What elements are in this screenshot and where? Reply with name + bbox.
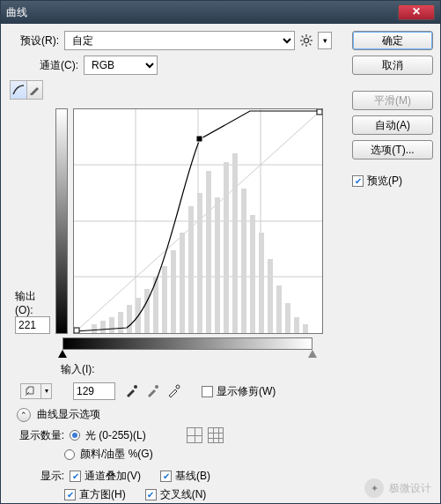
input-gradient-strip <box>62 337 312 350</box>
svg-rect-22 <box>144 289 150 333</box>
curve-pencil-tool[interactable] <box>27 81 43 99</box>
baseline-checkbox[interactable]: ✔基线(B) <box>160 469 210 484</box>
svg-rect-18 <box>109 317 114 333</box>
output-field[interactable] <box>15 316 50 334</box>
svg-rect-33 <box>241 189 246 333</box>
svg-rect-35 <box>259 233 264 333</box>
svg-rect-37 <box>276 285 282 333</box>
svg-line-6 <box>310 44 312 46</box>
black-point-eyedropper-icon[interactable] <box>124 384 138 398</box>
preset-label: 预设(R): <box>10 33 59 48</box>
radio-light[interactable] <box>70 430 80 441</box>
svg-point-44 <box>134 385 137 389</box>
targeted-adjust-tool[interactable] <box>20 383 41 399</box>
overlay-checkbox[interactable]: ✔通道叠加(V) <box>70 469 141 484</box>
output-gradient-strip <box>55 108 68 334</box>
input-field[interactable] <box>73 382 115 400</box>
preset-menu-button[interactable]: ▾ <box>318 32 332 49</box>
preset-select[interactable]: 自定 <box>64 31 295 50</box>
radio-ink[interactable] <box>64 449 75 460</box>
svg-rect-32 <box>232 153 238 333</box>
collapse-toggle-icon[interactable]: ⌃ <box>17 408 31 422</box>
channel-label: 通道(C): <box>33 58 78 73</box>
svg-rect-28 <box>197 193 202 333</box>
svg-rect-20 <box>127 305 132 333</box>
show-label: 显示: <box>13 469 64 484</box>
histogram-checkbox[interactable]: ✔直方图(H) <box>64 487 126 502</box>
ok-button[interactable]: 确定 <box>352 31 433 50</box>
curves-graph[interactable] <box>73 108 323 334</box>
close-icon[interactable]: ✕ <box>398 4 435 20</box>
show-amount-label: 显示数量: <box>13 428 64 443</box>
white-point-eyedropper-icon[interactable] <box>166 384 180 398</box>
svg-point-0 <box>304 38 308 42</box>
section-title: 曲线显示选项 <box>37 408 100 420</box>
svg-line-8 <box>310 36 312 38</box>
curve-tool-group <box>10 80 43 100</box>
svg-rect-19 <box>118 312 123 333</box>
svg-rect-29 <box>206 171 211 333</box>
svg-rect-27 <box>188 206 194 333</box>
svg-rect-24 <box>162 266 167 333</box>
svg-rect-17 <box>100 321 106 333</box>
svg-rect-31 <box>224 162 229 333</box>
svg-rect-43 <box>317 109 322 115</box>
grid-4-icon[interactable] <box>187 427 202 443</box>
show-clipping-checkbox[interactable]: 显示修剪(W) <box>202 384 276 399</box>
targeted-adjust-menu[interactable]: ▾ <box>41 383 52 399</box>
options-button[interactable]: 选项(T)... <box>352 140 433 159</box>
window-title: 曲线 <box>6 5 398 20</box>
auto-button[interactable]: 自动(A) <box>352 115 433 135</box>
cancel-button[interactable]: 取消 <box>352 56 433 75</box>
svg-rect-42 <box>74 328 79 333</box>
smooth-button[interactable]: 平滑(M) <box>352 91 433 110</box>
intersect-checkbox[interactable]: ✔交叉线(N) <box>145 487 207 502</box>
checkbox-icon <box>202 386 213 397</box>
svg-rect-41 <box>196 136 202 142</box>
watermark: ✦ 极微设计 <box>364 478 431 498</box>
svg-rect-16 <box>92 324 97 333</box>
curve-point-tool[interactable] <box>11 81 27 99</box>
svg-point-46 <box>176 385 180 389</box>
watermark-logo-icon: ✦ <box>364 478 384 498</box>
svg-line-7 <box>302 44 304 46</box>
svg-line-5 <box>302 36 304 38</box>
svg-rect-30 <box>215 197 220 333</box>
gear-icon[interactable] <box>300 34 312 47</box>
grid-9-icon[interactable] <box>208 427 224 443</box>
channel-select[interactable]: RGB <box>84 56 158 75</box>
titlebar: 曲线 ✕ <box>1 1 440 24</box>
svg-rect-40 <box>303 324 308 333</box>
svg-rect-25 <box>171 250 176 333</box>
gray-point-eyedropper-icon[interactable] <box>145 384 159 398</box>
svg-rect-26 <box>180 233 185 333</box>
svg-rect-34 <box>250 215 255 333</box>
svg-rect-39 <box>294 317 299 333</box>
preview-checkbox[interactable]: ✔预览(P) <box>352 174 433 189</box>
svg-rect-36 <box>268 259 273 333</box>
svg-rect-38 <box>285 303 290 333</box>
output-label: 输出(O): <box>15 289 50 316</box>
svg-point-45 <box>155 385 158 389</box>
input-slider[interactable] <box>62 350 312 359</box>
input-label: 输入(I): <box>61 362 95 377</box>
